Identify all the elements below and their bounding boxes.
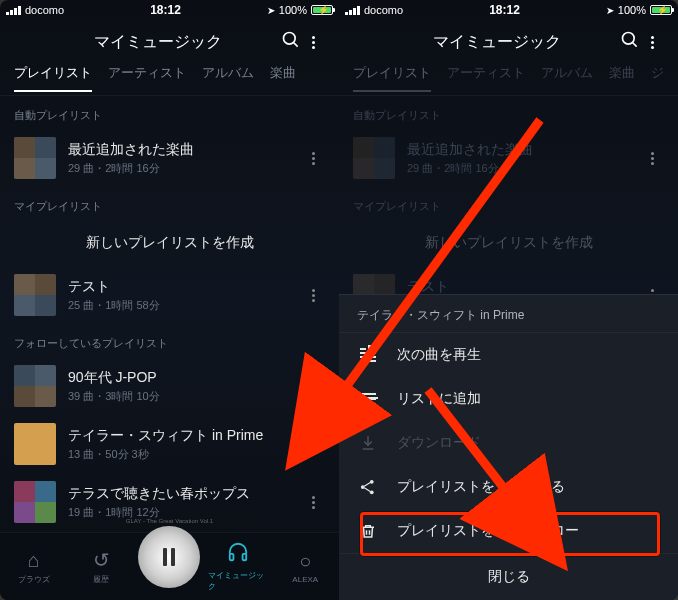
tab-playlists[interactable]: プレイリスト (14, 64, 92, 92)
playlist-title: 90年代 J-POP (68, 369, 289, 387)
header-menu-icon[interactable] (303, 36, 327, 49)
item-menu-icon[interactable] (301, 380, 325, 393)
tab-artists[interactable]: アーティスト (447, 64, 525, 90)
playlist-sub: 39 曲・3時間 10分 (68, 389, 289, 404)
svg-rect-3 (242, 554, 246, 560)
tab-albums[interactable]: アルバム (202, 64, 254, 90)
nav-browse[interactable]: ⌂ ブラウズ (4, 549, 64, 585)
tabs: プレイリスト アーティスト アルバム 楽曲 (0, 64, 339, 96)
battery-icon: ⚡ (650, 5, 672, 15)
list-item[interactable]: テイラー・スウィフト in Prime 13 曲・50分 3秒 (0, 415, 339, 473)
headphones-icon (227, 541, 249, 568)
carrier-label: docomo (25, 4, 64, 16)
bottom-nav: ⌂ ブラウズ ↺ 履歴 GLAY - The Great Vacation Vo… (0, 532, 339, 600)
location-icon: ➤ (606, 5, 614, 16)
page-title: マイミュージック (375, 32, 618, 53)
playlist-sub: 29 曲・2時間 16分 (407, 161, 628, 176)
phone-right: docomo 18:12 ➤ 100% ⚡ マイミュージック プレイリスト アー… (339, 0, 678, 600)
phone-left: docomo 18:12 ➤ 100% ⚡ マイミュージック プレイリスト アー… (0, 0, 339, 600)
section-mine: マイプレイリスト (339, 187, 678, 220)
highlight-box (360, 512, 660, 556)
search-icon[interactable] (618, 30, 642, 55)
nav-alexa[interactable]: ○ ALEXA (275, 550, 335, 584)
highlight-box (310, 400, 334, 438)
sheet-title: テイラー・スウィフト in Prime (339, 295, 678, 333)
clock: 18:12 (68, 3, 263, 17)
tab-tracks[interactable]: 楽曲 (609, 64, 635, 90)
playlist-thumb (14, 423, 56, 465)
nav-label: マイミュージック (208, 570, 268, 592)
tab-albums[interactable]: アルバム (541, 64, 593, 90)
sheet-add-list[interactable]: + リストに追加 (339, 377, 678, 421)
playlist-thumb (14, 137, 56, 179)
item-menu-icon[interactable] (301, 152, 325, 165)
svg-line-1 (294, 42, 298, 46)
pause-icon (163, 548, 175, 566)
section-auto: 自動プレイリスト (339, 96, 678, 129)
list-item[interactable]: 最近追加された楽曲 29 曲・2時間 16分 (0, 129, 339, 187)
list-item[interactable]: テスト 25 曲・1時間 58分 (0, 266, 339, 324)
tab-playlists[interactable]: プレイリスト (353, 64, 431, 92)
now-playing-label: GLAY - The Great Vacation Vol.1 (126, 518, 213, 524)
playlist-title: テスト (68, 278, 289, 296)
item-menu-icon[interactable] (301, 438, 325, 451)
section-mine: マイプレイリスト (0, 187, 339, 220)
tab-genre[interactable]: ジ (651, 64, 664, 90)
header: マイミュージック (0, 20, 339, 64)
sheet-share[interactable]: プレイリストをシェアする (339, 465, 678, 509)
nav-mymusic[interactable]: マイミュージック (208, 541, 268, 592)
playlist-title: テラスで聴きたい春ポップス (68, 485, 289, 503)
item-menu-icon[interactable] (301, 289, 325, 302)
sheet-item-label: リストに追加 (397, 390, 481, 408)
battery-pct: 100% (279, 4, 307, 16)
section-auto: 自動プレイリスト (0, 96, 339, 129)
list-item[interactable]: 90年代 J-POP 39 曲・3時間 10分 (0, 357, 339, 415)
playlist-thumb (14, 365, 56, 407)
playlist-sub: 25 曲・1時間 58分 (68, 298, 289, 313)
location-icon: ➤ (267, 5, 275, 16)
sheet-close-button[interactable]: 閉じる (339, 553, 678, 600)
svg-rect-2 (230, 554, 234, 560)
history-icon: ↺ (93, 548, 110, 572)
header-menu-icon[interactable] (642, 36, 666, 49)
playlist-title: テスト (407, 278, 628, 296)
create-playlist-button: 新しいプレイリストを作成 (339, 220, 678, 266)
playlist-sub: 13 曲・50分 3秒 (68, 447, 289, 462)
alexa-icon: ○ (299, 550, 311, 573)
playlist-thumb (14, 274, 56, 316)
svg-point-8 (370, 490, 374, 494)
signal-bars-icon (345, 6, 360, 15)
nav-label: ALEXA (292, 575, 318, 584)
search-icon[interactable] (279, 30, 303, 55)
play-pause-button[interactable]: GLAY - The Great Vacation Vol.1 (138, 526, 200, 588)
battery-pct: 100% (618, 4, 646, 16)
playlist-title: テイラー・スウィフト in Prime (68, 427, 289, 445)
status-bar: docomo 18:12 ➤ 100% ⚡ (0, 0, 339, 20)
home-icon: ⌂ (28, 549, 40, 572)
sheet-download: ダウンロード (339, 421, 678, 465)
playlist-title: 最近追加された楽曲 (68, 141, 289, 159)
nav-history[interactable]: ↺ 履歴 (71, 548, 131, 585)
add-to-list-icon: + (357, 393, 379, 405)
item-menu-icon (640, 152, 664, 165)
tabs: プレイリスト アーティスト アルバム 楽曲 ジ (339, 64, 678, 96)
svg-point-4 (623, 32, 635, 44)
svg-line-5 (633, 42, 637, 46)
clock: 18:12 (407, 3, 602, 17)
item-menu-icon[interactable] (301, 496, 325, 509)
svg-point-0 (284, 32, 296, 44)
page-title: マイミュージック (36, 32, 279, 53)
tab-artists[interactable]: アーティスト (108, 64, 186, 90)
tab-tracks[interactable]: 楽曲 (270, 64, 296, 90)
carrier-label: docomo (364, 4, 403, 16)
playlist-thumb (353, 137, 395, 179)
playlist-thumb (14, 481, 56, 523)
create-playlist-button[interactable]: 新しいプレイリストを作成 (0, 220, 339, 266)
nav-label: 履歴 (93, 574, 109, 585)
sheet-play-next[interactable]: 次の曲を再生 (339, 333, 678, 377)
play-next-icon (357, 348, 379, 362)
header: マイミュージック (339, 20, 678, 64)
download-icon (357, 434, 379, 452)
nav-label: ブラウズ (18, 574, 50, 585)
sheet-item-label: プレイリストをシェアする (397, 478, 565, 496)
